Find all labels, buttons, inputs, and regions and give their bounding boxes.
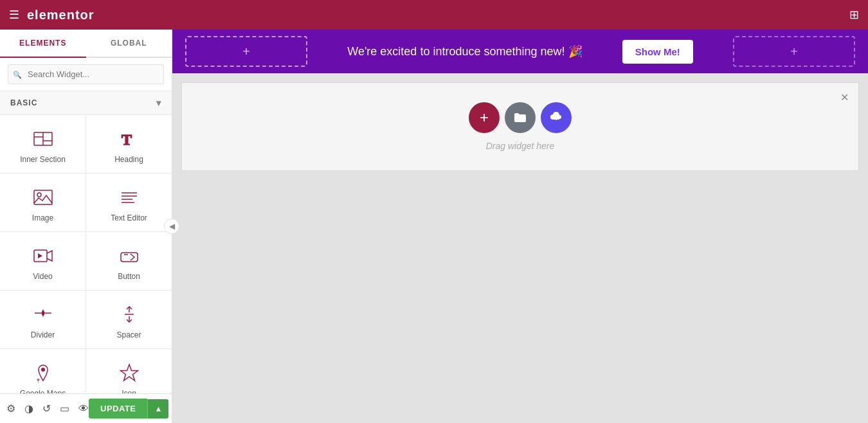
close-section-button[interactable]: ✕ (836, 89, 852, 105)
history-icon[interactable]: ↺ (42, 402, 51, 415)
image-icon (32, 186, 54, 208)
canvas-area: ✕ + Dr (172, 73, 868, 423)
svg-point-6 (37, 193, 41, 197)
button-icon (118, 245, 140, 267)
widget-label-heading: Heading (114, 155, 143, 164)
sidebar-tabs: ELEMENTS GLOBAL (0, 30, 172, 58)
elementor-logo: elementor (27, 8, 95, 22)
widget-label-image: Image (32, 213, 53, 222)
update-button[interactable]: UPDATE (89, 399, 147, 419)
drag-widget-text: Drag widget here (486, 141, 555, 151)
preview-icon[interactable]: 👁 (78, 403, 89, 415)
svg-marker-12 (38, 253, 42, 258)
widget-divider[interactable]: Divider (0, 291, 86, 348)
section-label: BASIC (10, 98, 37, 107)
hamburger-icon[interactable]: ☰ (9, 8, 19, 22)
section-header-basic: BASIC ▾ (0, 91, 172, 115)
svg-rect-5 (34, 190, 52, 204)
svg-marker-17 (41, 309, 45, 313)
svg-text:📍: 📍 (35, 378, 41, 384)
notif-add-right-button[interactable]: + (733, 36, 855, 67)
widget-video[interactable]: Video (0, 232, 86, 290)
folder-icon (513, 111, 527, 125)
notif-add-left-button[interactable]: + (185, 36, 307, 67)
google-maps-icon: 📍 (32, 362, 54, 384)
widget-image[interactable]: Image (0, 174, 86, 231)
heading-icon: T (118, 128, 140, 150)
content-area: + We're excited to introduce something n… (172, 30, 868, 423)
widget-label-google-maps: Google Maps (20, 389, 66, 393)
add-widget-button[interactable]: + (469, 102, 500, 133)
widget-label-divider: Divider (31, 330, 55, 339)
responsive-icon[interactable]: ▭ (60, 402, 69, 415)
widget-inner-section[interactable]: Inner Section (0, 115, 86, 173)
divider-icon (32, 303, 54, 325)
video-icon (32, 245, 54, 267)
widget-label-video: Video (33, 272, 52, 281)
drop-zone-section: ✕ + Dr (181, 82, 859, 171)
folder-button[interactable] (505, 102, 536, 133)
inner-section-icon (32, 128, 54, 150)
svg-text:T: T (122, 131, 132, 148)
settings-icon[interactable]: ⚙ (6, 402, 15, 415)
widget-grid: Inner Section T Heading Image (0, 115, 172, 393)
widget-label-spacer: Spacer (116, 330, 141, 339)
search-input[interactable] (8, 64, 164, 84)
tab-global[interactable]: GLOBAL (86, 30, 172, 57)
widget-heading[interactable]: T Heading (86, 115, 172, 173)
widget-label-button: Button (118, 272, 140, 281)
top-bar-left: ☰ elementor (9, 8, 95, 22)
widget-google-maps[interactable]: 📍 Google Maps (0, 349, 86, 393)
notification-text: We're excited to introduce something new… (347, 44, 582, 59)
chevron-down-icon[interactable]: ▾ (156, 98, 161, 108)
main-layout: ELEMENTS GLOBAL BASIC ▾ In (0, 30, 868, 423)
spacer-icon (118, 303, 140, 325)
top-bar: ☰ elementor ⊞ (0, 0, 868, 30)
tab-elements[interactable]: ELEMENTS (0, 30, 86, 58)
widget-button[interactable]: Button (86, 232, 172, 290)
widget-spacer[interactable]: Spacer (86, 291, 172, 348)
svg-marker-18 (41, 313, 45, 317)
svg-point-22 (41, 368, 45, 372)
update-arrow-button[interactable]: ▲ (147, 399, 168, 419)
toolbar-icons: ⚙ ◑ ↺ ▭ 👁 (6, 402, 89, 415)
widget-icon[interactable]: Icon (86, 349, 172, 393)
icon-widget-icon (118, 362, 140, 384)
widget-label-inner-section: Inner Section (20, 155, 66, 164)
update-btn-group: UPDATE ▲ (89, 399, 168, 419)
svg-marker-24 (120, 364, 138, 381)
sidebar-search-container (0, 58, 172, 91)
bottom-toolbar: ⚙ ◑ ↺ ▭ 👁 UPDATE ▲ (0, 393, 172, 423)
sidebar: ELEMENTS GLOBAL BASIC ▾ In (0, 30, 172, 423)
layers-icon[interactable]: ◑ (24, 402, 33, 415)
cloud-button[interactable] (541, 102, 572, 133)
search-wrapper (8, 64, 164, 84)
show-me-button[interactable]: Show Me! (622, 40, 693, 64)
text-editor-icon (118, 186, 140, 208)
collapse-sidebar-button[interactable]: ◀ (164, 219, 179, 234)
notification-bar: + We're excited to introduce something n… (172, 30, 868, 73)
grid-icon[interactable]: ⊞ (849, 8, 859, 22)
widget-text-editor[interactable]: Text Editor (86, 174, 172, 231)
widget-label-icon: Icon (122, 389, 136, 393)
widget-action-buttons: + (469, 102, 572, 133)
widget-label-text-editor: Text Editor (111, 213, 147, 222)
cloud-icon (549, 111, 563, 125)
